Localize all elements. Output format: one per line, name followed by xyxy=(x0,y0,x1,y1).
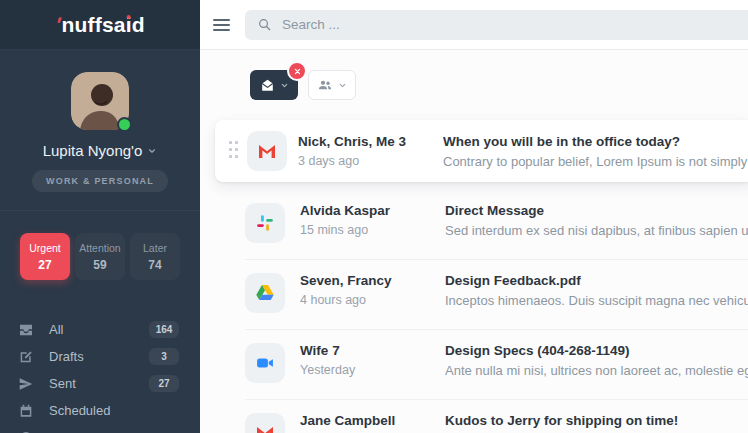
email-subject: Design Specs (404-268-1149) xyxy=(445,343,748,358)
search-icon xyxy=(257,17,272,32)
drive-icon xyxy=(254,282,276,304)
email-list-item[interactable]: Seven, Francy 4 hours ago Design Feedbac… xyxy=(245,260,748,330)
gmail-icon xyxy=(253,421,277,433)
account-scope-badge[interactable]: WORK & PERSONAL xyxy=(32,170,168,192)
drag-handle-icon[interactable] xyxy=(228,140,239,163)
people-filter-button[interactable] xyxy=(308,70,356,100)
slack-icon xyxy=(255,213,275,233)
clock-icon xyxy=(18,430,34,433)
email-snippet: Sed interdum ex sed nisi dapibus, at fin… xyxy=(445,223,748,238)
nav-count-badge: 164 xyxy=(149,321,179,338)
email-list-item[interactable]: Jane Campbell Kudos to Jerry for shippin… xyxy=(245,400,748,433)
filter-bar xyxy=(250,70,748,100)
chevron-down-icon xyxy=(338,81,347,90)
priority-counter[interactable]: Urgent 27 xyxy=(20,233,70,280)
email-timestamp: Yesterday xyxy=(300,363,445,377)
sidebar-header: 'nuffsaid xyxy=(0,0,200,50)
compose-icon xyxy=(18,349,34,365)
sidebar-item-all[interactable]: All 164 xyxy=(0,316,200,343)
priority-counter[interactable]: Later 74 xyxy=(130,233,180,280)
search-input[interactable] xyxy=(282,17,742,32)
email-list-item[interactable]: Nick, Chris, Me 3 3 days ago When you wi… xyxy=(215,120,748,182)
email-snippet: Inceptos himenaeos. Duis suscipit magna … xyxy=(445,293,748,308)
sidebar-item-sent[interactable]: Sent 27 xyxy=(0,370,200,397)
email-subject: Kudos to Jerry for shipping on time! xyxy=(445,413,748,428)
nuffsaid-logo: 'nuffsaid xyxy=(55,13,144,37)
profile-name: Lupita Nyong'o xyxy=(43,142,143,159)
online-status-dot xyxy=(117,117,132,132)
email-list: Nick, Chris, Me 3 3 days ago When you wi… xyxy=(200,120,748,433)
topbar xyxy=(200,0,748,50)
inbox-icon xyxy=(18,322,34,338)
gmail-icon xyxy=(255,139,279,163)
close-icon xyxy=(293,67,302,76)
counter-label: Attention xyxy=(77,242,123,254)
counter-value: 74 xyxy=(132,258,178,272)
email-subject: Direct Message xyxy=(445,203,748,218)
zoom-icon xyxy=(255,353,275,373)
nav-label: Sent xyxy=(49,376,149,391)
email-timestamp: 3 days ago xyxy=(298,154,443,168)
nav-label: Drafts xyxy=(49,349,149,364)
people-icon xyxy=(317,77,333,93)
main-pane: Nick, Chris, Me 3 3 days ago When you wi… xyxy=(200,0,748,433)
calendar-icon xyxy=(18,403,34,419)
email-sender: Nick, Chris, Me 3 xyxy=(298,134,443,149)
hamburger-menu-icon[interactable] xyxy=(213,16,230,34)
email-snippet: Contrary to popular belief, Lorem Ipsum … xyxy=(443,154,748,169)
send-icon xyxy=(18,376,34,392)
email-sender: Wife 7 xyxy=(300,343,445,358)
nav-label: Scheduled xyxy=(49,403,179,418)
search-bar[interactable] xyxy=(245,10,748,40)
email-subject: Design Feedback.pdf xyxy=(445,273,748,288)
nav-count-badge: 3 xyxy=(149,348,179,365)
counter-label: Later xyxy=(132,242,178,254)
sidebar: 'nuffsaid Lupita Nyong'o WORK & PERSONAL xyxy=(0,0,200,433)
open-envelope-icon xyxy=(260,78,275,93)
counter-label: Urgent xyxy=(22,242,68,254)
inbox-content: Nick, Chris, Me 3 3 days ago When you wi… xyxy=(200,50,748,433)
email-sender: Seven, Francy xyxy=(300,273,445,288)
profile-name-row[interactable]: Lupita Nyong'o xyxy=(0,142,200,159)
sidebar-item-drafts[interactable]: Drafts 3 xyxy=(0,343,200,370)
chevron-down-icon xyxy=(147,146,157,156)
nav-label: All xyxy=(49,322,149,337)
sidebar-item-snoozed[interactable]: Snoozed xyxy=(0,424,200,433)
counter-value: 59 xyxy=(77,258,123,272)
email-timestamp: 15 mins ago xyxy=(300,223,445,237)
email-snippet: Ante nulla mi nisi, ultrices non laoreet… xyxy=(445,363,748,378)
avatar[interactable] xyxy=(71,72,129,130)
app-window: 'nuffsaid Lupita Nyong'o WORK & PERSONAL xyxy=(0,0,748,433)
priority-counter[interactable]: Attention 59 xyxy=(75,233,125,280)
email-list-item[interactable]: Wife 7 Yesterday Design Specs (404-268-1… xyxy=(245,330,748,400)
chevron-down-icon xyxy=(280,81,289,90)
sidebar-item-scheduled[interactable]: Scheduled xyxy=(0,397,200,424)
profile-section: Lupita Nyong'o WORK & PERSONAL xyxy=(0,50,200,211)
email-sender: Jane Campbell xyxy=(300,413,445,428)
folder-nav: All 164 Drafts 3 Sent 27 Scheduled Snooz… xyxy=(0,316,200,433)
email-list-item[interactable]: Alvida Kaspar 15 mins ago Direct Message… xyxy=(245,190,748,260)
channel-filter-button[interactable] xyxy=(250,70,298,100)
counter-value: 27 xyxy=(22,258,68,272)
nav-count-badge: 27 xyxy=(149,375,179,392)
email-timestamp: 4 hours ago xyxy=(300,293,445,307)
email-subject: When you will be in the office today? xyxy=(443,134,748,149)
email-sender: Alvida Kaspar xyxy=(300,203,445,218)
priority-counters: Urgent 27 Attention 59 Later 74 xyxy=(20,233,180,280)
clear-filter-badge[interactable] xyxy=(287,61,307,81)
